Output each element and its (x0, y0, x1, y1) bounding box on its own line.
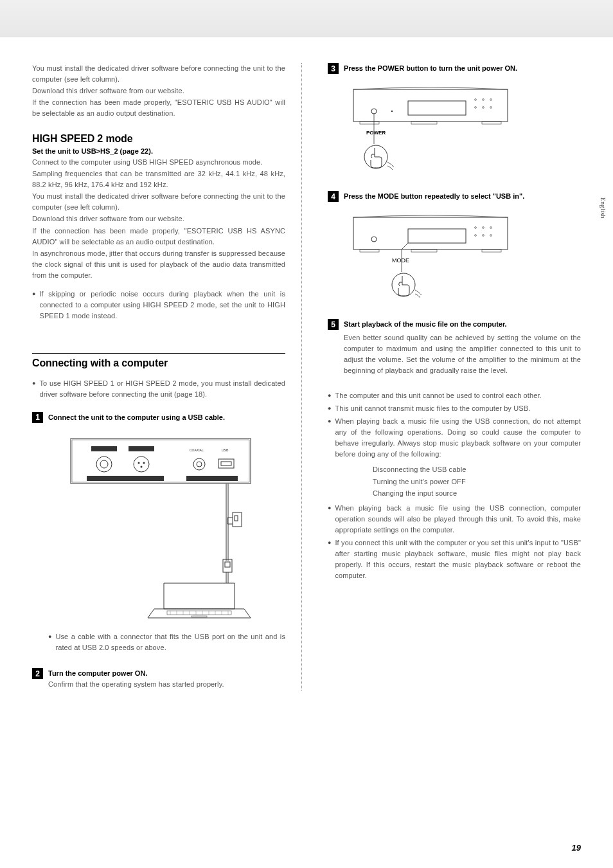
svg-point-42 (391, 111, 393, 112)
mode-button-diagram: MODE (347, 211, 581, 307)
usb-connection-diagram: COAXIAL USB (64, 432, 285, 625)
right-column: 3 Press the POWER button to turn the uni… (321, 63, 581, 691)
svg-rect-13 (221, 462, 231, 466)
svg-point-7 (138, 462, 140, 464)
svg-rect-2 (91, 446, 117, 451)
right-bullet-2: ● This unit cannot transmit music files … (328, 403, 581, 415)
svg-point-45 (483, 99, 484, 101)
bullet-icon: ● (328, 416, 331, 460)
power-button-diagram: POWER (347, 83, 581, 179)
language-tab: English (600, 197, 607, 219)
step-number-badge: 2 (32, 668, 43, 679)
right-bullet-3: ● When playing back a music file using t… (328, 416, 581, 460)
sublist-1: Disconnecting the USB cable (373, 464, 581, 475)
step-5-text: Even better sound quality can be achieve… (344, 332, 581, 376)
svg-point-62 (483, 235, 484, 237)
svg-point-6 (134, 457, 149, 472)
svg-point-63 (490, 235, 492, 237)
svg-rect-3 (129, 446, 154, 451)
hs2-p4: Download this driver software from our w… (32, 213, 285, 224)
svg-rect-43 (408, 101, 466, 115)
bullet-icon: ● (32, 289, 35, 322)
step-1-title: Connect the unit to the computer using a… (48, 412, 225, 423)
svg-rect-64 (360, 249, 379, 252)
hs2-p2: Sampling frequencies that can be transmi… (32, 168, 285, 190)
step-number-badge: 4 (328, 191, 339, 202)
right-bullet-2-text: This unit cannot transmit music files to… (335, 403, 581, 414)
section-rule (32, 353, 285, 354)
svg-rect-24 (223, 559, 232, 572)
hs2-note-bullet: ● If skipping or periodic noise occurs d… (32, 289, 285, 322)
connect-note-text: To use HIGH SPEED 1 or HIGH SPEED 2 mode… (39, 378, 285, 400)
svg-point-10 (193, 458, 205, 470)
svg-point-5 (100, 460, 108, 468)
diagram-svg: POWER (347, 83, 514, 179)
svg-text:USB: USB (222, 448, 229, 452)
step-number-badge: 1 (32, 412, 43, 423)
bullet-icon: ● (328, 403, 331, 415)
svg-point-56 (371, 237, 377, 242)
svg-rect-66 (482, 249, 501, 252)
sub-list: Disconnecting the USB cable Turning the … (373, 464, 581, 498)
bullet-icon: ● (32, 378, 35, 401)
step-5: 5 Start playback of the music file on th… (328, 319, 581, 330)
svg-rect-39 (191, 616, 207, 617)
step-2: 2 Turn the computer power ON. (32, 668, 285, 679)
svg-rect-65 (411, 249, 437, 252)
diagram-svg: MODE (347, 211, 514, 307)
svg-rect-15 (186, 476, 238, 481)
step-number-badge: 5 (328, 319, 339, 330)
svg-point-44 (475, 99, 477, 101)
connect-note-bullet: ● To use HIGH SPEED 1 or HIGH SPEED 2 mo… (32, 378, 285, 401)
step-5-body: Even better sound quality can be achieve… (344, 332, 581, 376)
right-bullet-5: ● If you connect this unit with the comp… (328, 538, 581, 582)
right-bullet-1-text: The computer and this unit cannot be use… (335, 390, 581, 401)
step-4-title: Press the MODE button repeatedly to sele… (344, 191, 524, 202)
diagram-svg: COAXIAL USB (64, 432, 257, 625)
intro-p2: Download this driver software from our w… (32, 86, 285, 96)
step-2-title: Turn the computer power ON. (48, 668, 147, 679)
svg-rect-21 (235, 516, 238, 521)
svg-point-8 (143, 462, 145, 464)
hs2-set-instruction: Set the unit to USB>HS_2 (page 22). (32, 147, 285, 155)
right-bullet-4-text: When playing back a music file using the… (335, 503, 581, 536)
svg-point-61 (475, 235, 477, 237)
svg-rect-52 (482, 122, 501, 124)
svg-rect-50 (360, 122, 379, 124)
bullet-icon: ● (48, 631, 51, 654)
intro-p3: If the connection has been made properly… (32, 97, 285, 119)
sublist-2: Turning the unit's power OFF (373, 476, 581, 487)
svg-rect-14 (87, 476, 164, 481)
svg-point-58 (475, 227, 477, 229)
right-bullet-3-text: When playing back a music file using the… (335, 416, 581, 460)
step1-note-text: Use a cable with a connector that fits t… (55, 631, 285, 653)
hs2-p1: Connect to the computer using USB HIGH S… (32, 157, 285, 168)
header-band (0, 0, 613, 37)
svg-line-68 (402, 243, 408, 249)
svg-rect-51 (411, 122, 437, 124)
svg-text:COAXIAL: COAXIAL (190, 448, 204, 452)
connecting-heading: Connecting with a computer (32, 357, 285, 369)
bullet-icon: ● (328, 503, 331, 536)
step-1: 1 Connect the unit to the computer using… (32, 412, 285, 423)
hs2-note-text: If skipping or periodic noise occurs dur… (39, 289, 285, 321)
svg-point-59 (483, 227, 484, 229)
step-4: 4 Press the MODE button repeatedly to se… (328, 191, 581, 202)
svg-point-41 (371, 109, 377, 114)
right-bullet-1: ● The computer and this unit cannot be u… (328, 390, 581, 402)
svg-point-47 (475, 107, 477, 109)
step-3: 3 Press the POWER button to turn the uni… (328, 63, 581, 74)
step1-note-bullet: ● Use a cable with a connector that fits… (48, 631, 285, 654)
svg-point-4 (96, 457, 112, 472)
intro-p1: You must install the dedicated driver so… (32, 63, 285, 85)
left-column: You must install the dedicated driver so… (32, 63, 302, 691)
bullet-icon: ● (328, 538, 331, 582)
svg-rect-20 (233, 512, 242, 527)
step-number-badge: 3 (328, 63, 339, 74)
right-bullet-4: ● When playing back a music file using t… (328, 503, 581, 536)
svg-point-60 (490, 227, 492, 229)
right-bullet-5-text: If you connect this unit with the comput… (335, 538, 581, 581)
svg-point-46 (490, 99, 492, 101)
page-number: 19 (572, 843, 581, 853)
svg-point-49 (490, 107, 492, 109)
